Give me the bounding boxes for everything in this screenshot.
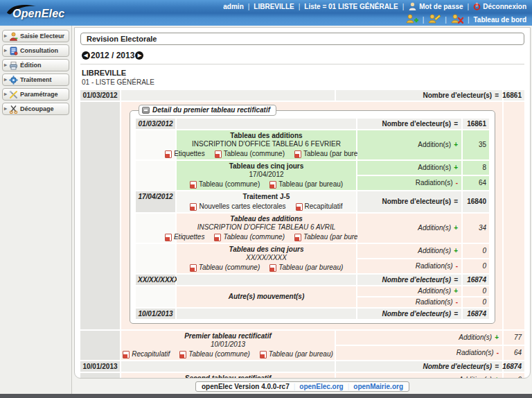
- electors-label: Nombre d'electeur(s)=: [357, 191, 461, 212]
- pdf-link[interactable]: Etiquettes: [165, 233, 204, 241]
- main-area: ▸ Saisie Electeur ▸ Consultation: [0, 26, 532, 394]
- pdf-link[interactable]: Tableau (par bureau): [294, 150, 368, 158]
- movement-label: Radiation(s) -: [357, 297, 461, 307]
- sidebar: ▸ Saisie Electeur ▸ Consultation: [0, 26, 72, 394]
- pdf-link[interactable]: Recapitulatif: [296, 202, 343, 211]
- logout-link[interactable]: Déconnexion: [473, 3, 526, 10]
- spacer-cell: [177, 275, 356, 285]
- electors-value: 16874: [504, 361, 524, 372]
- collapse-icon[interactable]: [142, 107, 150, 114]
- spacer-cell: [177, 309, 356, 319]
- section-cell: Tableau des additions INSCRIPTION D'OFFI…: [177, 214, 356, 243]
- movement-value: 64: [463, 176, 489, 190]
- edit-elector-icon: [428, 14, 441, 24]
- chevron-right-icon: ▸: [4, 33, 7, 39]
- sidebar-item-edition[interactable]: ▸ Édition: [2, 59, 69, 71]
- pdf-link[interactable]: Etiquettes: [165, 150, 204, 158]
- gear-icon: [9, 76, 18, 85]
- movement-label: Addition(s) +: [357, 161, 461, 175]
- electors-value: 16874: [463, 275, 489, 285]
- pdf-link[interactable]: Tableau (commune): [190, 180, 260, 189]
- section-title: Traitement J-5: [179, 193, 353, 201]
- electors-label: Nombre d'electeur(s)=: [357, 309, 461, 319]
- spacer-cell: [121, 90, 335, 101]
- pdf-link[interactable]: Tableau (commune): [215, 150, 285, 158]
- section-title: Tableau des additions: [179, 215, 353, 223]
- pdf-link[interactable]: Tableau (par bureau): [260, 350, 333, 358]
- pdf-link[interactable]: Tableau (commune): [190, 263, 260, 272]
- chevron-right-icon: ▸: [4, 77, 7, 83]
- section-cell: Second tableau rectificatif 28/02/2013 R…: [121, 373, 335, 379]
- sidebar-item-decoupage[interactable]: ▸ Découpage: [2, 103, 69, 115]
- pdf-link[interactable]: Tableau (par bureau): [269, 180, 343, 189]
- plus-sign: +: [495, 334, 499, 342]
- dashboard-link[interactable]: Tableau de bord: [474, 16, 527, 24]
- sidebar-item-parametrage[interactable]: ▸ Paramétrage: [2, 88, 69, 101]
- footer: openElec Version 4.0.0-rc7 openElec.org …: [74, 379, 531, 394]
- pdf-link[interactable]: Tableau (commune): [214, 233, 285, 241]
- sidebar-item-consultation[interactable]: ▸ Consultation: [2, 44, 69, 57]
- date-cell: 17/04/2012: [136, 191, 175, 212]
- password-link[interactable]: Mot de passe: [408, 2, 463, 11]
- pdf-link[interactable]: Tableau (par bureau): [269, 263, 343, 272]
- detail-popup-header: Detail du premier tableau rectificatif: [139, 105, 276, 116]
- pdf-icon: [269, 264, 276, 272]
- add-elector-button[interactable]: [406, 14, 418, 25]
- detail-popup: Detail du premier tableau rectificatif 0…: [130, 110, 495, 324]
- openmairie-org-link[interactable]: openMairie.org: [353, 383, 403, 390]
- movement-label: Radiation(s) -: [336, 346, 502, 360]
- revision-table: 01/03/2012 Nombre d'electeur(s) = 16861: [80, 90, 524, 379]
- table-row: Tableau des cinq jours 17/04/2012 Tablea…: [136, 161, 489, 190]
- delete-elector-button[interactable]: [451, 14, 463, 25]
- date-cell: 10/01/2013: [80, 361, 120, 372]
- pdf-icon: [190, 264, 197, 272]
- table-row: 10/01/2013 Nombre d'electeur(s)= 16: [136, 309, 489, 319]
- printer-icon: [9, 61, 18, 70]
- table-row: XX/XX/XXXX Nombre d'electeur(s)= 16: [136, 275, 489, 285]
- section-subtitle: 10/01/2013: [124, 340, 332, 349]
- previous-period-button[interactable]: ◀: [82, 51, 90, 60]
- openelec-org-link[interactable]: openElec.org: [299, 383, 343, 390]
- electors-value: 16861: [504, 90, 524, 101]
- openelec-logo: OpenElec: [6, 1, 96, 24]
- detail-table: 01/03/2012 Nombre d'electeur(s)= 16: [136, 119, 489, 319]
- electors-value: 16861: [463, 119, 489, 129]
- spacer-cell: [504, 102, 524, 329]
- movement-label: Radiation(s) -: [357, 259, 461, 273]
- spacer-cell: [121, 361, 335, 372]
- next-period-button[interactable]: ▶: [135, 51, 143, 60]
- section-subtitle: INSCRIPTION D'OFFICE TABLEAU 6 AVRIL: [179, 223, 353, 232]
- movement-label: Addition(s) +: [336, 331, 502, 345]
- date-cell: 01/03/2012: [136, 119, 175, 129]
- movement-value: 35: [463, 130, 489, 159]
- table-row: Second tableau rectificatif 28/02/2013 R…: [80, 373, 524, 379]
- section-title: Tableau des additions: [179, 132, 353, 140]
- sidebar-item-saisie-electeur[interactable]: ▸ Saisie Electeur: [2, 30, 69, 42]
- plus-sign: +: [454, 287, 458, 295]
- section-subtitle: XX/XX/XXXX: [179, 254, 353, 262]
- spacer-cell: [177, 119, 356, 129]
- movement-label: Addition(s) +: [357, 286, 461, 296]
- movement-label: Addition(s) +: [336, 373, 502, 379]
- minus-sign: -: [456, 262, 458, 270]
- section-cell: Tableau des cinq jours 17/04/2012 Tablea…: [177, 161, 356, 190]
- pdf-link[interactable]: Nouvelles cartes electorales: [190, 202, 285, 211]
- section-cell: Tableau des cinq jours XX/XX/XXXX Tablea…: [177, 244, 356, 273]
- table-row: Tableau des cinq jours XX/XX/XXXX Tablea…: [136, 244, 489, 273]
- date-cell: XX/XX/XXXX: [136, 275, 175, 285]
- pdf-link[interactable]: Recapitulatif: [123, 350, 170, 358]
- pdf-icon: [165, 234, 172, 241]
- table-row: 01/03/2012 Nombre d'electeur(s)= 16: [136, 119, 489, 129]
- pdf-icon: [179, 351, 186, 358]
- movement-value: 8: [463, 161, 489, 175]
- sidebar-item-traitement[interactable]: ▸ Traitement: [2, 73, 69, 86]
- pdf-icon: [165, 150, 172, 158]
- separator: [445, 16, 447, 24]
- electors-label: Nombre d'electeur(s)=: [357, 275, 461, 285]
- table-row: 01/03/2012 Nombre d'electeur(s) = 16861: [80, 90, 524, 101]
- section-title: Autre(s) mouvement(s): [229, 293, 304, 301]
- edit-elector-button[interactable]: [428, 14, 441, 25]
- commune-title: LIBREVILLE: [82, 69, 524, 77]
- pdf-link[interactable]: Tableau (commune): [179, 350, 250, 358]
- detail-container: Detail du premier tableau rectificatif 0…: [121, 102, 502, 329]
